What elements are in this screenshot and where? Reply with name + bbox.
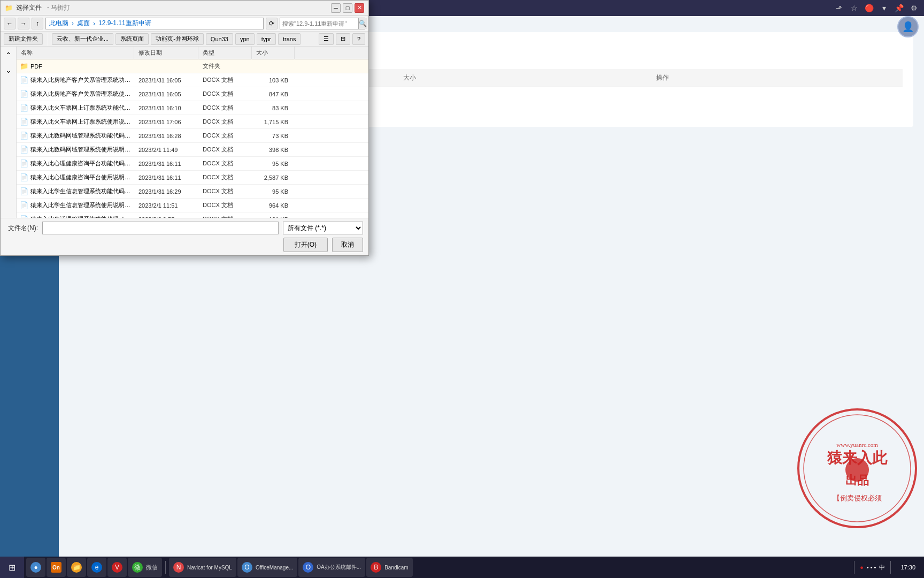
file-size-cell: 398 KB <box>252 147 295 153</box>
search-icon[interactable]: 🔍 <box>358 18 367 29</box>
docx-icon: 📄 <box>20 187 28 195</box>
more-button-5[interactable]: trans <box>278 33 301 45</box>
file-row[interactable]: 📄猿来入此房地产客户关系管理系统功能代码...2023/1/31 16:05DO… <box>17 73 368 87</box>
taskbar-app-on[interactable]: On <box>47 558 66 577</box>
taskbar-app-chrome[interactable]: ● <box>26 558 45 577</box>
file-name-text: 猿来入此房地产客户关系管理系统功能代码... <box>30 76 131 84</box>
more-button-2[interactable]: Qun33 <box>206 33 233 45</box>
maximize-button[interactable]: □ <box>343 3 352 13</box>
oa-icon: O <box>303 562 313 573</box>
file-type-cell: 文件夹 <box>198 62 252 70</box>
more-button-3[interactable]: ypn <box>235 33 255 45</box>
file-row[interactable]: 📄猿来入此房地产客户关系管理系统使用说...2023/1/31 16:05DOC… <box>17 87 368 101</box>
path-part-folder[interactable]: 12.9-1.11重新申请 <box>98 19 151 28</box>
filename-label: 文件名(N): <box>6 224 38 233</box>
forward-nav-button[interactable]: → <box>18 18 29 29</box>
file-name-cell: 📄猿来入此房地产客户关系管理系统功能代码... <box>17 76 134 84</box>
file-date-cell: 2023/1/31 16:05 <box>134 91 198 97</box>
file-row[interactable]: 📁PDF文件夹 <box>17 59 368 73</box>
folder-icon: 📁 <box>20 62 28 70</box>
settings-icon[interactable]: 🔴 <box>863 2 875 14</box>
close-button[interactable]: ✕ <box>355 3 364 13</box>
share-icon[interactable]: ⬏ <box>833 2 845 14</box>
col-header-date[interactable]: 修改日期 <box>134 47 198 59</box>
dropdown-icon[interactable]: ▾ <box>878 2 890 14</box>
file-row[interactable]: 📄猿来入此心理健康咨询平台使用说明.docx2023/1/31 16:11DOC… <box>17 171 368 185</box>
minimize-button[interactable]: ─ <box>331 3 341 13</box>
tray-record-icon: ● <box>860 564 864 571</box>
dialog-toolbar: 新建文件夹 云收、新一代企业... 系统页面 功能页-并网环球 Qun33 yp… <box>1 32 368 47</box>
filename-input[interactable] <box>42 222 279 234</box>
taskbar-app-explorer[interactable]: 📁 <box>67 558 86 577</box>
leftnav-home-icon[interactable]: ⌄ <box>2 64 15 77</box>
cloud-sync-button[interactable]: 云收、新一代企业... <box>52 33 113 45</box>
address-path[interactable]: 此电脑 › 桌面 › 12.9-1.11重新申请 <box>45 18 264 29</box>
system-page-button[interactable]: 系统页面 <box>116 33 149 45</box>
file-row[interactable]: 📄猿来入此数码网域管理系统使用说明.docx2023/2/1 11:49DOCX… <box>17 143 368 157</box>
avatar[interactable]: 👤 <box>897 16 919 37</box>
open-button[interactable]: 打开(O) <box>283 238 328 252</box>
file-date-cell: 2023/1/31 16:05 <box>134 77 198 83</box>
help-button[interactable]: ? <box>352 33 365 45</box>
docx-icon: 📄 <box>20 215 28 218</box>
file-row[interactable]: 📄猿来入此火车票网上订票系统使用说明.d...2023/1/31 17:06DO… <box>17 115 368 129</box>
taskbar-tray: ● • • • 中 17:30 <box>848 557 924 578</box>
dialog-leftnav: ⌃ ⌄ <box>1 47 17 218</box>
col-header-size[interactable]: 大小 <box>252 47 295 59</box>
taskbar-app-wechat[interactable]: 微 微信 <box>128 558 162 577</box>
gear-icon[interactable]: ⚙ <box>908 2 920 14</box>
tray-app-icons: • • • <box>867 564 876 571</box>
file-row[interactable]: 📄猿来入此心理健康咨询平台功能代码.docx2023/1/31 16:11DOC… <box>17 157 368 171</box>
pin-icon[interactable]: 📌 <box>893 2 905 14</box>
search-input[interactable] <box>280 20 358 27</box>
file-type-cell: DOCX 文档 <box>198 146 252 154</box>
up-nav-button[interactable]: ↑ <box>32 18 43 29</box>
file-row[interactable]: 📄猿来入此学生信息管理系统使用说明.docx2023/2/1 11:51DOCX… <box>17 199 368 212</box>
taskbar-app-officemanage[interactable]: O OfficeManage... <box>237 558 297 577</box>
file-name-text: 猿来入此心理健康咨询平台功能代码.docx <box>30 159 131 168</box>
cancel-button[interactable]: 取消 <box>332 238 363 252</box>
more-button-4[interactable]: typr <box>257 33 276 45</box>
svg-text:【倒卖侵权必须: 【倒卖侵权必须 <box>833 494 882 502</box>
more-button-1[interactable]: 功能页-并网环球 <box>151 33 204 45</box>
file-name-text: 猿来入此火车票网上订票系统使用说明.d... <box>30 118 131 126</box>
taskbar-app-bandicam[interactable]: B Bandicam <box>366 558 412 577</box>
path-part-computer[interactable]: 此电脑 <box>49 19 68 28</box>
col-header-name[interactable]: 名称 <box>17 47 134 59</box>
file-name-cell: 📄猿来入此心理健康咨询平台使用说明.docx <box>17 173 134 181</box>
start-button[interactable]: ⊞ <box>0 557 24 578</box>
taskbar-app-oa[interactable]: O OA办公系统邮件... <box>298 558 365 577</box>
new-folder-button[interactable]: 新建文件夹 <box>4 33 43 45</box>
back-nav-button[interactable]: ← <box>4 18 16 29</box>
file-row[interactable]: 📄猿来入此学生信息管理系统功能代码.docx2023/1/31 16:29DOC… <box>17 185 368 199</box>
refresh-button[interactable]: ⟳ <box>266 18 278 29</box>
file-name-cell: 📄猿来入此数码网域管理系统功能代码.docx <box>17 132 134 140</box>
tray-sep-2 <box>890 561 891 574</box>
dialog-filelist[interactable]: 名称 修改日期 类型 大小 📁PDF文件夹📄猿来入此房地产客户关系管理系统功能代… <box>17 47 368 218</box>
file-row[interactable]: 📄猿来入此数码网域管理系统功能代码.docx2023/1/31 16:28DOC… <box>17 129 368 143</box>
leftnav-expand-icon[interactable]: ⌃ <box>2 49 15 62</box>
taskbar-app-navicat[interactable]: N Navicat for MySQL <box>169 558 236 577</box>
path-part-desktop[interactable]: 桌面 <box>77 19 90 28</box>
file-size-cell: 964 KB <box>252 202 295 209</box>
file-type-cell: DOCX 文档 <box>198 90 252 98</box>
col-action: 操作 <box>650 69 903 87</box>
view-toggle-button[interactable]: ☰ <box>319 33 334 45</box>
filetype-select[interactable]: 所有文件 (*.*) <box>283 222 363 234</box>
file-size-cell: 2,587 KB <box>252 174 295 181</box>
tray-lang-icon[interactable]: 中 <box>879 564 885 572</box>
view-details-button[interactable]: ⊞ <box>336 33 350 45</box>
file-type-cell: DOCX 文档 <box>198 201 252 209</box>
file-row[interactable]: 📄猿来入此生活课管理系统功能代码.docx2023/2/2 9:55DOCX 文… <box>17 212 368 218</box>
file-size-cell: 83 KB <box>252 105 295 111</box>
file-row[interactable]: 📄猿来入此火车票网上订票系统功能代码.docx2023/1/31 16:10DO… <box>17 101 368 115</box>
star-icon[interactable]: ☆ <box>848 2 860 14</box>
search-box[interactable]: 🔍 <box>280 18 365 29</box>
docx-icon: 📄 <box>20 146 28 154</box>
col-header-type[interactable]: 类型 <box>198 47 252 59</box>
taskbar-app-edge[interactable]: e <box>87 558 106 577</box>
taskbar-app-word[interactable]: V <box>107 558 127 577</box>
file-name-text: 猿来入此心理健康咨询平台使用说明.docx <box>30 173 131 181</box>
file-name-cell: 📄猿来入此数码网域管理系统使用说明.docx <box>17 146 134 154</box>
col-size: 大小 <box>397 69 650 87</box>
